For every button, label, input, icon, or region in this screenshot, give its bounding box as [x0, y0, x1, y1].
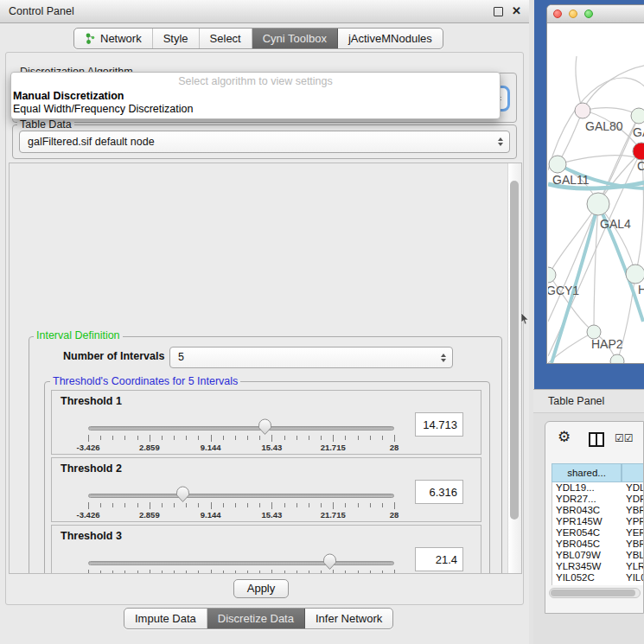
network-edge[interactable]: [558, 156, 644, 164]
tick-label: -3.426: [77, 443, 100, 452]
tick-mark: [259, 503, 260, 507]
tick-mark: [284, 436, 285, 440]
node-label: H: [638, 283, 644, 296]
zoom-traffic-light-icon[interactable]: [584, 10, 593, 18]
tick-mark: [211, 502, 212, 509]
tick-mark: [333, 570, 334, 574]
vertical-scrollbar[interactable]: [507, 163, 521, 573]
table-row[interactable]: YBR043CYBR0: [552, 505, 644, 516]
network-node-gcy1[interactable]: [548, 267, 556, 283]
slider-thumb[interactable]: [322, 553, 337, 571]
cell-name: YER0: [626, 527, 644, 538]
tick-mark: [333, 435, 334, 442]
tick-mark: [88, 435, 89, 442]
gear-icon[interactable]: ⚙: [558, 429, 571, 446]
tick-mark: [124, 436, 125, 440]
dropdown-hint-item[interactable]: Select algorithm to view settings: [11, 75, 500, 87]
tick-mark: [370, 571, 371, 574]
split-panel-icon[interactable]: [589, 432, 604, 447]
table-row[interactable]: YBL079WYBL0: [552, 550, 644, 561]
table-row[interactable]: YDL19...YDL1: [552, 482, 644, 494]
tick-mark: [271, 502, 272, 509]
tab-jactivemnodules[interactable]: jActiveMNodules: [338, 29, 443, 48]
tick-mark: [100, 436, 101, 440]
tick-mark: [345, 503, 346, 507]
slider-thumb[interactable]: [175, 486, 190, 503]
number-of-intervals-combobox[interactable]: 5: [169, 347, 453, 368]
tab-network[interactable]: Network: [74, 29, 153, 48]
apply-button[interactable]: Apply: [233, 579, 289, 598]
node-table: ⚙ ☑☑ shared... na YDL19...YDL1YDR27...YD…: [545, 421, 644, 614]
network-canvas[interactable]: GAL80GACGAL11GAL4GCY1HHAP2: [548, 23, 644, 363]
table-row[interactable]: YBR045CYBR0: [552, 539, 644, 550]
tick-mark: [137, 436, 138, 440]
horizontal-scrollbar[interactable]: [549, 588, 641, 598]
network-node-gal11[interactable]: [549, 156, 566, 173]
table-row[interactable]: YER054CYER0: [552, 527, 644, 539]
column-header-name[interactable]: na: [622, 463, 644, 482]
tick-mark: [235, 571, 236, 574]
tick-mark: [345, 571, 346, 574]
network-node-gal80[interactable]: [575, 103, 590, 118]
float-window-icon[interactable]: [494, 7, 503, 16]
table-row[interactable]: YPR145WYPR1: [552, 516, 644, 527]
tick-mark: [186, 503, 187, 507]
tick-label: 28: [390, 443, 399, 452]
close-icon[interactable]: ✕: [512, 4, 521, 18]
slider-thumb[interactable]: [258, 418, 272, 436]
table-data-value: galFiltered.sif default node: [28, 131, 155, 152]
tick-mark: [370, 503, 371, 507]
tick-mark: [174, 571, 175, 574]
network-node[interactable]: [610, 354, 624, 363]
tick-mark: [321, 503, 322, 507]
tick-mark: [235, 436, 236, 440]
tick-mark: [259, 571, 260, 574]
tab-style[interactable]: Style: [153, 29, 200, 48]
threshold-value-field[interactable]: 6.316: [415, 480, 463, 504]
table-row[interactable]: YLR345WYLR3: [552, 561, 644, 572]
combo-arrows-icon: [441, 353, 447, 363]
tab-infer-network[interactable]: Infer Network: [305, 609, 392, 628]
network-node-gal4[interactable]: [587, 193, 609, 215]
tick-mark: [358, 436, 359, 440]
tick-mark: [150, 570, 150, 574]
tick-mark: [309, 571, 309, 574]
cell-shared-name: YDL19...: [556, 482, 622, 493]
column-header-shared-name[interactable]: shared...: [552, 463, 622, 482]
table-row[interactable]: YDR27...YDR2: [552, 494, 644, 505]
dropdown-option-manual-discretization[interactable]: Manual Discretization: [13, 90, 124, 102]
bottom-tab-bar: Impute DataDiscretize DataInfer Network: [124, 608, 393, 629]
slider-ticks: [88, 435, 394, 443]
threshold-value-field[interactable]: 21.4: [415, 547, 463, 571]
tab-cyni-toolbox[interactable]: Cyni Toolbox: [252, 29, 338, 48]
tab-impute-data[interactable]: Impute Data: [124, 609, 207, 628]
minimize-traffic-light-icon[interactable]: [569, 10, 577, 18]
dropdown-option-equal-width-frequency[interactable]: Equal Width/Frequency Discretization: [13, 103, 193, 115]
network-edge[interactable]: [583, 65, 644, 111]
slider-track[interactable]: [88, 494, 394, 498]
table-row[interactable]: YIL052CYIL0: [552, 572, 644, 583]
column-checkboxes-icon[interactable]: ☑☑: [615, 432, 634, 444]
tick-mark: [211, 570, 212, 574]
tab-discretize-data[interactable]: Discretize Data: [207, 609, 305, 628]
network-node-ga[interactable]: [631, 108, 644, 124]
table-panel-header: Table Panel: [533, 389, 644, 413]
horizontal-scrollbar-thumb[interactable]: [551, 590, 635, 596]
screenshot-stage: Control Panel ✕ NetworkStyleSelectCyni T…: [0, 0, 644, 644]
tick-mark: [321, 571, 322, 574]
interval-definition-title: Interval Definition: [34, 330, 123, 341]
slider-track[interactable]: [88, 561, 394, 565]
mouse-cursor: [520, 313, 529, 325]
network-view-window: GAL80GACGAL11GAL4GCY1HHAP2: [546, 4, 644, 364]
tab-label: Impute Data: [135, 612, 196, 625]
tab-label: Network: [100, 32, 142, 45]
vertical-scrollbar-thumb[interactable]: [510, 181, 519, 520]
network-node-h[interactable]: [626, 265, 644, 284]
threshold-value-field[interactable]: 14.713: [415, 412, 463, 437]
table-data-combobox[interactable]: galFiltered.sif default node: [19, 131, 510, 153]
tab-select[interactable]: Select: [200, 29, 252, 48]
tick-label: 15.43: [262, 443, 283, 452]
slider-track[interactable]: [88, 426, 394, 430]
network-edge[interactable]: [583, 108, 639, 116]
close-traffic-light-icon[interactable]: [553, 10, 562, 18]
